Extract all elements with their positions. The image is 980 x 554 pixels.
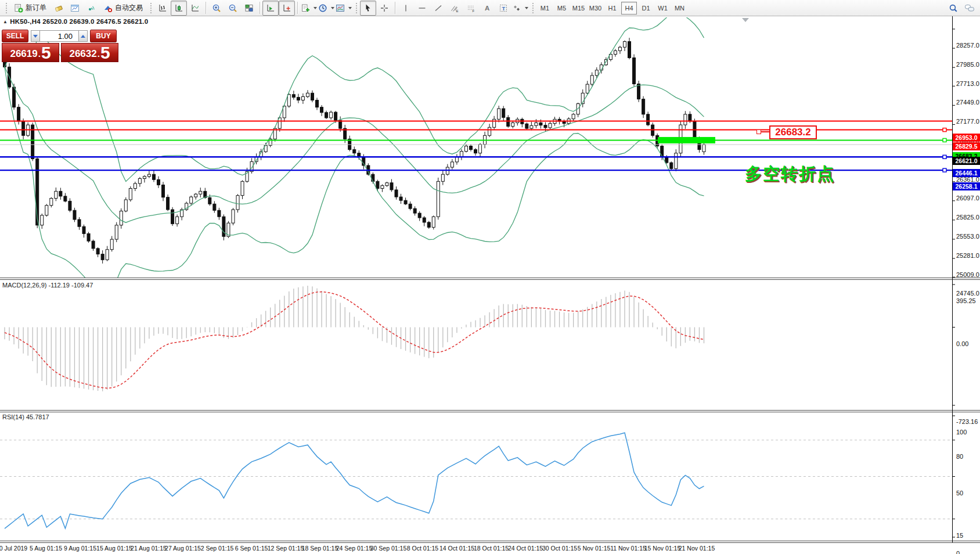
tf-d1-button[interactable]: D1 — [638, 2, 654, 15]
up-arrow-icon — [81, 35, 85, 38]
tile-windows-button[interactable] — [241, 1, 257, 16]
buy-price-display[interactable]: 26632.5 — [61, 43, 118, 62]
price-tick-label: -723.16 — [956, 418, 978, 426]
date-label: 5 Nov 01:15 — [578, 545, 611, 552]
green-zone-highlight[interactable] — [658, 137, 715, 143]
fibonacci-tool-button[interactable]: F — [463, 1, 479, 16]
dropdown-caret — [331, 7, 334, 9]
bar-chart-button[interactable] — [154, 1, 171, 16]
crosshair-icon — [380, 3, 389, 13]
svg-text:A: A — [485, 5, 489, 12]
auto-scroll-icon — [266, 3, 275, 13]
decimal-dot: . — [98, 47, 100, 61]
line-chart-button[interactable] — [187, 1, 203, 16]
price-tick-label: 26097.0 — [956, 194, 979, 202]
buy-price-main: 26632 — [69, 47, 96, 61]
tf-m15-button[interactable]: M15 — [571, 2, 586, 15]
toolbar-separator — [395, 2, 395, 14]
date-label: 24 Oct 01:15 — [508, 545, 543, 552]
cursor-button[interactable] — [360, 1, 376, 16]
date-label: 12 Sep 01:15 — [268, 545, 304, 552]
mt4-window: 新订单 — [0, 0, 980, 554]
date-label: 8 Oct 01:15 — [407, 545, 438, 552]
date-label: 18 Oct 01:15 — [474, 545, 509, 552]
tf-w1-button[interactable]: W1 — [655, 2, 671, 15]
price-callout-label[interactable]: 26683.2 — [769, 125, 817, 139]
text-tool-button[interactable]: A — [479, 1, 495, 16]
candlestick-chart-icon — [174, 3, 183, 13]
callout-anchor[interactable] — [756, 129, 761, 134]
tf-m1-button[interactable]: M1 — [537, 2, 553, 15]
chart-shift-marker-icon[interactable] — [742, 18, 749, 22]
chart-window-icon — [70, 3, 80, 13]
price-tick-label: 25825.0 — [956, 213, 979, 221]
chat-icon — [964, 3, 975, 13]
line-chart-icon — [190, 3, 200, 13]
auto-scroll-button[interactable] — [262, 1, 279, 16]
decimal-dot: . — [38, 47, 41, 61]
date-label: 5 Aug 01:15 — [30, 545, 62, 552]
toolbar-grip[interactable] — [149, 2, 152, 14]
trendline-tool-button[interactable] — [430, 1, 446, 16]
volume-input[interactable] — [40, 30, 78, 42]
indicators-button[interactable] — [300, 1, 318, 16]
new-order-button[interactable]: 新订单 — [10, 1, 51, 16]
fibonacci-icon: F — [466, 3, 475, 13]
autotrading-icon — [103, 3, 113, 13]
toolbar-grip[interactable] — [355, 2, 358, 14]
chart-canvas[interactable] — [0, 16, 980, 554]
tf-m30-button[interactable]: M30 — [588, 2, 603, 15]
toolbar-separator — [297, 2, 298, 14]
toolbar-grip[interactable] — [5, 2, 8, 14]
volume-decrease-button[interactable] — [31, 30, 40, 42]
price-tag: 26621.0 — [953, 157, 980, 165]
tf-h1-button[interactable]: H1 — [604, 2, 620, 15]
zoom-in-button[interactable] — [208, 1, 225, 16]
arrows-tool-button[interactable] — [511, 1, 529, 16]
tf-h4-button[interactable]: H4 — [621, 2, 637, 15]
callout-connector — [760, 131, 769, 132]
zoom-out-icon — [228, 3, 237, 13]
macd-indicator-label: MACD(12,26,9) -112.19 -109.47 — [2, 282, 93, 289]
periods-button[interactable] — [318, 1, 335, 16]
chart-area[interactable]: ▲HK50-,H4 26520.0 26639.0 26476.5 26621.… — [0, 16, 980, 554]
trendline-icon — [434, 3, 443, 13]
date-label: 24 Sep 01:15 — [336, 545, 372, 552]
date-label: 30 Oct 01:15 — [542, 545, 577, 552]
date-label: 9 Aug 01:15 — [64, 545, 96, 552]
date-label: 11 Nov 01:15 — [610, 545, 646, 552]
zoom-out-button[interactable] — [225, 1, 241, 16]
price-tag: 26953.0 — [953, 134, 980, 142]
price-tick-label: 0 — [956, 549, 960, 554]
templates-button[interactable] — [335, 1, 352, 16]
toolbar-grip[interactable] — [531, 2, 534, 14]
price-tick-label: 80 — [956, 452, 963, 461]
autotrading-button[interactable]: 自动交易 — [99, 1, 147, 16]
chart-window-button[interactable] — [67, 1, 83, 16]
candlestick-chart-button[interactable] — [171, 1, 187, 16]
text-label-icon: T — [499, 3, 508, 13]
text-label-tool-button[interactable]: T — [495, 1, 511, 16]
panel-collapse-icon[interactable]: ▲ — [3, 19, 8, 24]
chart-shift-icon — [282, 3, 291, 13]
text-a-icon: A — [482, 3, 492, 13]
tf-mn-button[interactable]: MN — [672, 2, 687, 15]
volume-increase-button[interactable] — [78, 30, 88, 42]
buy-button[interactable]: BUY — [90, 30, 117, 42]
macd-pane — [5, 286, 704, 391]
equidistant-channel-tool-button[interactable]: E — [446, 1, 463, 16]
eraser-button[interactable] — [51, 1, 67, 16]
sell-price-display[interactable]: 26619.5 — [2, 43, 59, 62]
search-icon — [949, 3, 958, 13]
svg-text:T: T — [502, 5, 506, 11]
tf-m5-button[interactable]: M5 — [554, 2, 570, 15]
chat-button[interactable] — [961, 1, 978, 16]
sell-button[interactable]: SELL — [2, 30, 28, 42]
horizontal-line-tool-button[interactable] — [414, 1, 430, 16]
svg-text:E: E — [456, 9, 459, 12]
chart-shift-button[interactable] — [279, 1, 295, 16]
signal-button[interactable] — [83, 1, 99, 16]
search-button[interactable] — [945, 1, 961, 16]
crosshair-button[interactable] — [376, 1, 392, 16]
vertical-line-tool-button[interactable] — [398, 1, 414, 16]
